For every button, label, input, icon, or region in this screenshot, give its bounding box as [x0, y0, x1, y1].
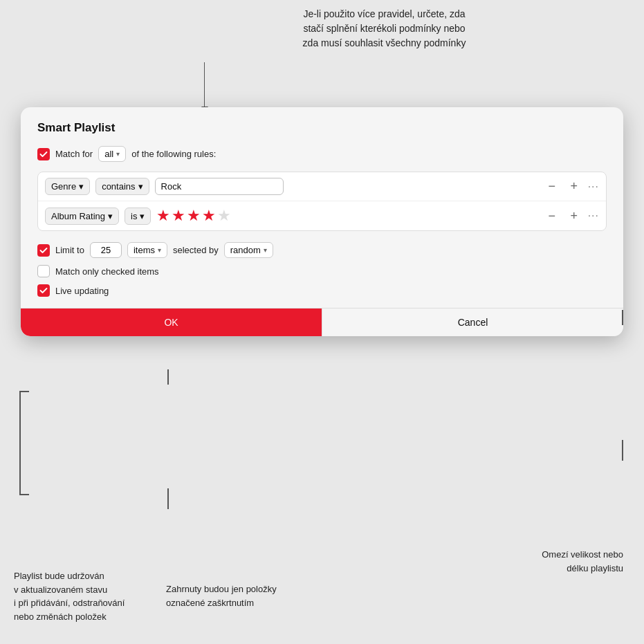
checkmark-icon — [39, 286, 48, 295]
genre-operator-select[interactable]: contains ▾ — [95, 178, 149, 195]
annotation-center-bottom-line — [167, 488, 169, 509]
chevron-down-icon: ▾ — [116, 150, 120, 158]
album-rating-more-button[interactable]: ··· — [588, 210, 599, 222]
genre-remove-button[interactable]: − — [544, 178, 560, 195]
album-rating-field-label: Album Rating — [51, 211, 105, 221]
bracket-left-top-line — [19, 391, 29, 392]
genre-more-button[interactable]: ··· — [588, 181, 599, 193]
selected-by-label: selected by — [173, 245, 219, 255]
ok-button[interactable]: OK — [21, 309, 322, 336]
chevron-down-icon: ▾ — [140, 211, 145, 221]
match-checkbox[interactable] — [37, 148, 50, 160]
album-rating-stars[interactable]: ★ ★ ★ ★ ★ — [156, 207, 231, 225]
annotation-arrow-top — [204, 62, 205, 107]
rule-row-album-rating: Album Rating ▾ is ▾ ★ ★ ★ ★ ★ — [38, 201, 606, 230]
chevron-down-icon: ▾ — [108, 211, 113, 221]
live-updating-checkbox[interactable] — [37, 284, 50, 297]
limit-unit-select[interactable]: items ▾ — [127, 242, 167, 258]
match-label: Match for — [55, 149, 93, 159]
match-row: Match for all ▾ of the following rules: — [37, 146, 607, 162]
checkmark-icon — [39, 246, 48, 255]
match-only-checked-checkbox[interactable] — [37, 265, 50, 277]
live-updating-label: Live updating — [55, 286, 109, 296]
genre-field-select[interactable]: Genre ▾ — [45, 178, 90, 195]
limit-unit-label: items — [134, 245, 155, 255]
cancel-button[interactable]: Cancel — [322, 309, 623, 336]
album-rating-operator-label: is — [131, 211, 137, 221]
genre-operator-label: contains — [102, 181, 135, 192]
annotation-right-bottom-line — [622, 440, 623, 461]
match-only-checked-row: Match only checked items — [37, 265, 607, 277]
genre-field-label: Genre — [51, 181, 76, 192]
limit-section: Limit to items ▾ selected by random ▾ — [37, 242, 607, 258]
annotation-center-top-line — [167, 369, 169, 385]
match-only-checked-label: Match only checked items — [55, 266, 159, 277]
annotation-top-text: Je-li použito více pravidel, určete, zda… — [303, 8, 466, 48]
annotation-bottom-right: Omezí velikost nebo délku playlistu — [485, 548, 623, 575]
album-rating-field-select[interactable]: Album Rating ▾ — [45, 208, 119, 225]
rules-section: Genre ▾ contains ▾ − + ··· Al — [37, 172, 607, 231]
limit-label: Limit to — [55, 245, 84, 255]
selected-by-select[interactable]: random ▾ — [224, 242, 273, 258]
bracket-left-line — [19, 391, 21, 495]
match-suffix: of the following rules: — [131, 149, 216, 159]
rule-row-genre: Genre ▾ contains ▾ − + ··· — [38, 172, 606, 201]
star-5[interactable]: ★ — [217, 207, 231, 225]
star-1[interactable]: ★ — [156, 207, 170, 225]
smart-playlist-dialog: Smart Playlist Match for all ▾ of the fo… — [21, 107, 623, 336]
page-wrapper: Je-li použito více pravidel, určete, zda… — [0, 0, 644, 644]
annotation-bottom-left: Playlist bude udržován v aktualizovaném … — [14, 569, 152, 623]
chevron-down-icon: ▾ — [158, 246, 161, 254]
limit-value-input[interactable] — [90, 242, 122, 258]
bracket-left-bottom-line — [19, 494, 29, 495]
album-rating-add-button[interactable]: + — [566, 208, 582, 224]
dialog-inner: Smart Playlist Match for all ▾ of the fo… — [21, 107, 623, 297]
annotation-right-top-line — [622, 310, 623, 325]
star-3[interactable]: ★ — [187, 207, 201, 225]
star-4[interactable]: ★ — [202, 207, 216, 225]
genre-value-input[interactable] — [155, 178, 284, 195]
star-2[interactable]: ★ — [172, 207, 185, 225]
checkmark-icon — [39, 150, 48, 158]
chevron-down-icon: ▾ — [138, 181, 143, 192]
annotation-top: Je-li použito více pravidel, určete, zda… — [138, 7, 630, 50]
genre-add-button[interactable]: + — [566, 178, 582, 195]
dialog-buttons: OK Cancel — [21, 308, 623, 336]
match-value-select[interactable]: all ▾ — [98, 146, 126, 162]
chevron-down-icon: ▾ — [264, 246, 267, 254]
chevron-down-icon: ▾ — [79, 181, 84, 192]
dialog-title: Smart Playlist — [37, 121, 607, 135]
annotation-bottom-center-text: Zahrnuty budou jen položky označené zašk… — [166, 584, 277, 608]
annotation-bottom-left-text: Playlist bude udržován v aktualizovaném … — [14, 571, 125, 622]
album-rating-operator-select[interactable]: is ▾ — [125, 208, 151, 225]
annotation-bottom-center: Zahrnuty budou jen položky označené zašk… — [166, 582, 304, 609]
annotation-bottom-right-text: Omezí velikost nebo délku playlistu — [542, 549, 623, 573]
limit-checkbox[interactable] — [37, 244, 50, 257]
live-updating-row: Live updating — [37, 284, 607, 297]
selected-by-value: random — [230, 245, 261, 255]
match-value: all — [104, 149, 113, 159]
album-rating-remove-button[interactable]: − — [544, 208, 560, 224]
